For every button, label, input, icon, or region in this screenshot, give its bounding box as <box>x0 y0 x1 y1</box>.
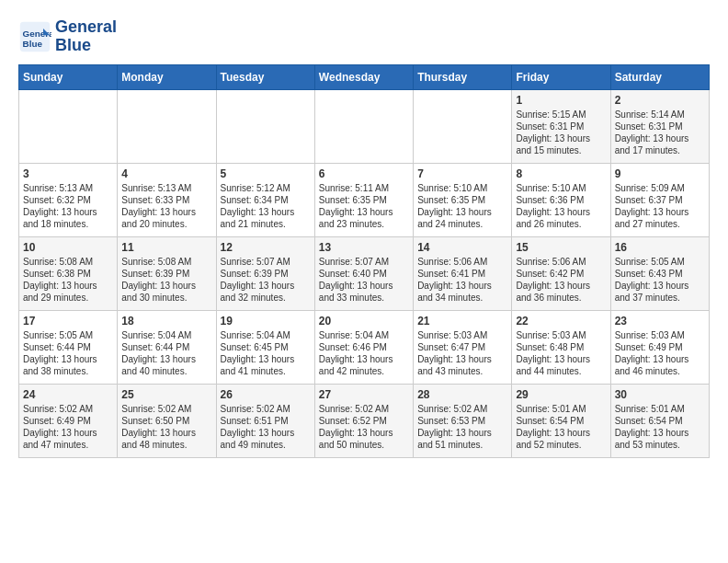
day-number: 18 <box>121 315 211 327</box>
weekday-row: SundayMondayTuesdayWednesdayThursdayFrid… <box>19 64 710 89</box>
weekday-header: Friday <box>512 64 610 89</box>
calendar-cell: 27Sunrise: 5:02 AM Sunset: 6:52 PM Dayli… <box>314 384 413 457</box>
calendar-cell: 24Sunrise: 5:02 AM Sunset: 6:49 PM Dayli… <box>19 384 118 457</box>
day-number: 10 <box>23 241 113 254</box>
calendar-cell: 26Sunrise: 5:02 AM Sunset: 6:51 PM Dayli… <box>216 384 314 457</box>
weekday-header: Wednesday <box>314 64 413 89</box>
calendar-cell: 10Sunrise: 5:08 AM Sunset: 6:38 PM Dayli… <box>19 236 118 310</box>
day-info: Sunrise: 5:04 AM Sunset: 6:45 PM Dayligh… <box>221 329 311 377</box>
calendar-body: 1Sunrise: 5:15 AM Sunset: 6:31 PM Daylig… <box>19 89 710 457</box>
day-info: Sunrise: 5:06 AM Sunset: 6:41 PM Dayligh… <box>417 256 507 304</box>
day-info: Sunrise: 5:13 AM Sunset: 6:32 PM Dayligh… <box>23 182 113 230</box>
day-number: 23 <box>615 315 705 327</box>
calendar-cell: 6Sunrise: 5:11 AM Sunset: 6:35 PM Daylig… <box>314 163 413 236</box>
day-number: 4 <box>121 167 211 180</box>
day-info: Sunrise: 5:09 AM Sunset: 6:37 PM Dayligh… <box>615 182 705 230</box>
day-number: 6 <box>319 167 409 180</box>
day-info: Sunrise: 5:02 AM Sunset: 6:51 PM Dayligh… <box>221 403 311 451</box>
day-info: Sunrise: 5:03 AM Sunset: 6:47 PM Dayligh… <box>417 329 507 377</box>
calendar-cell: 11Sunrise: 5:08 AM Sunset: 6:39 PM Dayli… <box>118 236 216 310</box>
day-number: 26 <box>221 388 311 401</box>
day-info: Sunrise: 5:06 AM Sunset: 6:42 PM Dayligh… <box>516 256 606 304</box>
day-info: Sunrise: 5:04 AM Sunset: 6:44 PM Dayligh… <box>121 329 211 377</box>
day-info: Sunrise: 5:07 AM Sunset: 6:39 PM Dayligh… <box>221 256 311 304</box>
calendar-cell: 19Sunrise: 5:04 AM Sunset: 6:45 PM Dayli… <box>216 310 314 384</box>
calendar-cell: 7Sunrise: 5:10 AM Sunset: 6:35 PM Daylig… <box>414 163 512 236</box>
svg-text:Blue: Blue <box>23 39 43 49</box>
weekday-header: Monday <box>118 64 216 89</box>
day-number: 7 <box>417 167 507 180</box>
calendar-week: 17Sunrise: 5:05 AM Sunset: 6:44 PM Dayli… <box>19 310 710 384</box>
day-number: 3 <box>23 167 113 180</box>
day-info: Sunrise: 5:07 AM Sunset: 6:40 PM Dayligh… <box>319 256 409 304</box>
calendar-cell: 23Sunrise: 5:03 AM Sunset: 6:49 PM Dayli… <box>610 310 709 384</box>
day-number: 20 <box>319 315 409 327</box>
logo: General Blue General Blue <box>18 18 117 55</box>
calendar: SundayMondayTuesdayWednesdayThursdayFrid… <box>18 64 710 458</box>
calendar-cell: 15Sunrise: 5:06 AM Sunset: 6:42 PM Dayli… <box>512 236 610 310</box>
day-info: Sunrise: 5:04 AM Sunset: 6:46 PM Dayligh… <box>319 329 409 377</box>
calendar-cell: 16Sunrise: 5:05 AM Sunset: 6:43 PM Dayli… <box>610 236 709 310</box>
day-info: Sunrise: 5:05 AM Sunset: 6:44 PM Dayligh… <box>23 329 113 377</box>
day-number: 13 <box>319 241 409 254</box>
calendar-cell: 13Sunrise: 5:07 AM Sunset: 6:40 PM Dayli… <box>314 236 413 310</box>
calendar-cell <box>19 89 118 163</box>
day-number: 11 <box>121 241 211 254</box>
calendar-cell: 9Sunrise: 5:09 AM Sunset: 6:37 PM Daylig… <box>610 163 709 236</box>
calendar-cell: 5Sunrise: 5:12 AM Sunset: 6:34 PM Daylig… <box>216 163 314 236</box>
day-number: 27 <box>319 388 409 401</box>
day-number: 30 <box>615 388 705 401</box>
calendar-cell: 25Sunrise: 5:02 AM Sunset: 6:50 PM Dayli… <box>118 384 216 457</box>
day-info: Sunrise: 5:03 AM Sunset: 6:48 PM Dayligh… <box>516 329 606 377</box>
day-info: Sunrise: 5:01 AM Sunset: 6:54 PM Dayligh… <box>516 403 606 451</box>
day-info: Sunrise: 5:02 AM Sunset: 6:53 PM Dayligh… <box>417 403 507 451</box>
day-info: Sunrise: 5:08 AM Sunset: 6:38 PM Dayligh… <box>23 256 113 304</box>
calendar-cell <box>216 89 314 163</box>
page-header: General Blue General Blue <box>18 18 710 55</box>
calendar-cell <box>314 89 413 163</box>
calendar-cell: 29Sunrise: 5:01 AM Sunset: 6:54 PM Dayli… <box>512 384 610 457</box>
calendar-week: 24Sunrise: 5:02 AM Sunset: 6:49 PM Dayli… <box>19 384 710 457</box>
logo-text: General Blue <box>55 18 117 55</box>
calendar-cell <box>414 89 512 163</box>
calendar-week: 1Sunrise: 5:15 AM Sunset: 6:31 PM Daylig… <box>19 89 710 163</box>
calendar-week: 3Sunrise: 5:13 AM Sunset: 6:32 PM Daylig… <box>19 163 710 236</box>
weekday-header: Sunday <box>19 64 118 89</box>
day-number: 17 <box>23 315 113 327</box>
calendar-cell: 12Sunrise: 5:07 AM Sunset: 6:39 PM Dayli… <box>216 236 314 310</box>
day-number: 12 <box>221 241 311 254</box>
day-number: 5 <box>221 167 311 180</box>
day-info: Sunrise: 5:05 AM Sunset: 6:43 PM Dayligh… <box>615 256 705 304</box>
day-info: Sunrise: 5:02 AM Sunset: 6:50 PM Dayligh… <box>121 403 211 451</box>
day-info: Sunrise: 5:08 AM Sunset: 6:39 PM Dayligh… <box>121 256 211 304</box>
weekday-header: Thursday <box>414 64 512 89</box>
calendar-cell: 14Sunrise: 5:06 AM Sunset: 6:41 PM Dayli… <box>414 236 512 310</box>
day-info: Sunrise: 5:14 AM Sunset: 6:31 PM Dayligh… <box>615 109 705 156</box>
day-number: 1 <box>516 94 606 107</box>
day-info: Sunrise: 5:15 AM Sunset: 6:31 PM Dayligh… <box>516 109 606 156</box>
day-number: 14 <box>417 241 507 254</box>
day-number: 16 <box>615 241 705 254</box>
day-number: 19 <box>221 315 311 327</box>
calendar-cell <box>118 89 216 163</box>
day-info: Sunrise: 5:02 AM Sunset: 6:49 PM Dayligh… <box>23 403 113 451</box>
day-info: Sunrise: 5:13 AM Sunset: 6:33 PM Dayligh… <box>121 182 211 230</box>
calendar-cell: 21Sunrise: 5:03 AM Sunset: 6:47 PM Dayli… <box>414 310 512 384</box>
calendar-cell: 28Sunrise: 5:02 AM Sunset: 6:53 PM Dayli… <box>414 384 512 457</box>
weekday-header: Tuesday <box>216 64 314 89</box>
day-number: 9 <box>615 167 705 180</box>
day-info: Sunrise: 5:01 AM Sunset: 6:54 PM Dayligh… <box>615 403 705 451</box>
weekday-header: Saturday <box>610 64 709 89</box>
day-number: 22 <box>516 315 606 327</box>
day-info: Sunrise: 5:02 AM Sunset: 6:52 PM Dayligh… <box>319 403 409 451</box>
calendar-cell: 8Sunrise: 5:10 AM Sunset: 6:36 PM Daylig… <box>512 163 610 236</box>
day-number: 25 <box>121 388 211 401</box>
calendar-week: 10Sunrise: 5:08 AM Sunset: 6:38 PM Dayli… <box>19 236 710 310</box>
calendar-cell: 4Sunrise: 5:13 AM Sunset: 6:33 PM Daylig… <box>118 163 216 236</box>
day-info: Sunrise: 5:10 AM Sunset: 6:36 PM Dayligh… <box>516 182 606 230</box>
logo-icon: General Blue <box>18 20 51 53</box>
calendar-cell: 1Sunrise: 5:15 AM Sunset: 6:31 PM Daylig… <box>512 89 610 163</box>
day-number: 29 <box>516 388 606 401</box>
day-info: Sunrise: 5:03 AM Sunset: 6:49 PM Dayligh… <box>615 329 705 377</box>
day-info: Sunrise: 5:11 AM Sunset: 6:35 PM Dayligh… <box>319 182 409 230</box>
